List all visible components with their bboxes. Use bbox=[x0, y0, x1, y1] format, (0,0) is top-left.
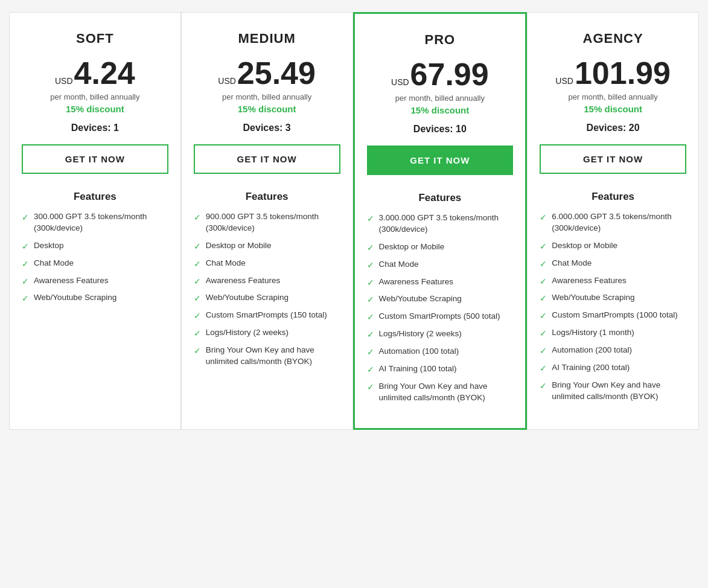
feature-item: ✓Bring Your Own Key and have unlimited c… bbox=[367, 381, 514, 404]
check-icon: ✓ bbox=[194, 241, 201, 251]
feature-item: ✓Web/Youtube Scraping bbox=[540, 292, 686, 304]
plan-card-medium: MEDIUMUSD25.49per month, billed annually… bbox=[181, 12, 353, 430]
check-icon: ✓ bbox=[540, 346, 547, 356]
price-amount-soft: 4.24 bbox=[74, 57, 135, 89]
feature-text: Desktop bbox=[34, 240, 64, 252]
feature-item: ✓Custom SmartPrompts (1000 total) bbox=[540, 310, 686, 321]
features-section-medium: Features✓900.000 GPT 3.5 tokens/month (3… bbox=[194, 191, 340, 374]
features-title-medium: Features bbox=[194, 191, 340, 203]
feature-text: 300.000 GPT 3.5 tokens/month (300k/devic… bbox=[34, 211, 168, 234]
feature-text: Logs/History (2 weeks) bbox=[206, 327, 289, 339]
feature-item: ✓Awareness Features bbox=[367, 276, 514, 288]
features-section-agency: Features✓6.000.000 GPT 3.5 tokens/month … bbox=[540, 191, 686, 409]
feature-item: ✓Bring Your Own Key and have unlimited c… bbox=[540, 380, 686, 403]
check-icon: ✓ bbox=[194, 346, 201, 356]
check-icon: ✓ bbox=[540, 241, 547, 251]
price-row-agency: USD101.99 bbox=[555, 57, 671, 89]
feature-text: 6.000.000 GPT 3.5 tokens/month (300k/dev… bbox=[552, 211, 686, 234]
feature-text: Custom SmartPrompts (1000 total) bbox=[552, 310, 678, 321]
check-icon: ✓ bbox=[22, 241, 29, 251]
price-discount-pro: 15% discount bbox=[411, 105, 470, 115]
check-icon: ✓ bbox=[540, 259, 547, 269]
check-icon: ✓ bbox=[367, 295, 374, 304]
feature-text: Web/Youtube Scraping bbox=[34, 292, 116, 304]
feature-item: ✓900.000 GPT 3.5 tokens/month (300k/devi… bbox=[194, 211, 340, 234]
price-period-agency: per month, billed annually bbox=[569, 92, 658, 101]
feature-item: ✓3.000.000 GPT 3.5 tokens/month (300k/de… bbox=[367, 213, 514, 235]
devices-label-medium: Devices: 3 bbox=[243, 123, 291, 133]
feature-text: Web/Youtube Scraping bbox=[552, 292, 634, 304]
check-icon: ✓ bbox=[540, 276, 547, 286]
cta-button-agency[interactable]: GET IT NOW bbox=[540, 144, 686, 174]
price-row-soft: USD4.24 bbox=[55, 57, 135, 89]
price-discount-soft: 15% discount bbox=[66, 104, 124, 114]
feature-text: Automation (100 total) bbox=[379, 346, 459, 357]
price-amount-pro: 67.99 bbox=[410, 59, 489, 90]
check-icon: ✓ bbox=[367, 382, 374, 392]
price-discount-medium: 15% discount bbox=[238, 104, 296, 114]
feature-text: Chat Mode bbox=[34, 258, 74, 269]
feature-text: Web/Youtube Scraping bbox=[206, 292, 289, 304]
price-currency-agency: USD bbox=[555, 76, 573, 86]
check-icon: ✓ bbox=[367, 278, 374, 287]
check-icon: ✓ bbox=[540, 311, 547, 321]
check-icon: ✓ bbox=[194, 293, 201, 303]
feature-item: ✓Automation (200 total) bbox=[540, 345, 686, 356]
feature-item: ✓Logs/History (2 weeks) bbox=[194, 327, 340, 339]
feature-text: Custom SmartPrompts (150 total) bbox=[206, 310, 327, 321]
feature-item: ✓Chat Mode bbox=[194, 258, 340, 269]
feature-item: ✓Chat Mode bbox=[22, 258, 168, 269]
check-icon: ✓ bbox=[367, 243, 374, 252]
feature-text: Awareness Features bbox=[552, 275, 627, 287]
feature-item: ✓Awareness Features bbox=[22, 275, 168, 287]
cta-button-medium[interactable]: GET IT NOW bbox=[194, 144, 340, 174]
feature-text: Awareness Features bbox=[34, 275, 109, 287]
feature-item: ✓Custom SmartPrompts (500 total) bbox=[367, 311, 514, 322]
feature-item: ✓Web/Youtube Scraping bbox=[194, 292, 340, 304]
feature-text: Awareness Features bbox=[379, 276, 454, 288]
feature-item: ✓Desktop or Mobile bbox=[367, 241, 514, 253]
check-icon: ✓ bbox=[194, 213, 201, 222]
plan-name-agency: AGENCY bbox=[583, 31, 643, 46]
check-icon: ✓ bbox=[367, 347, 374, 357]
check-icon: ✓ bbox=[540, 381, 547, 391]
check-icon: ✓ bbox=[367, 312, 374, 322]
features-title-agency: Features bbox=[540, 191, 686, 203]
feature-text: Desktop or Mobile bbox=[552, 240, 617, 252]
check-icon: ✓ bbox=[194, 328, 201, 338]
feature-text: Web/Youtube Scraping bbox=[379, 293, 462, 305]
check-icon: ✓ bbox=[367, 365, 374, 374]
check-icon: ✓ bbox=[540, 293, 547, 303]
feature-text: Awareness Features bbox=[206, 275, 281, 287]
feature-item: ✓Custom SmartPrompts (150 total) bbox=[194, 310, 340, 321]
feature-text: AI Training (100 total) bbox=[379, 363, 457, 375]
feature-item: ✓Awareness Features bbox=[194, 275, 340, 287]
feature-text: Bring Your Own Key and have unlimited ca… bbox=[206, 345, 340, 368]
feature-item: ✓Web/Youtube Scraping bbox=[367, 293, 514, 305]
cta-button-pro[interactable]: GET IT NOW bbox=[367, 145, 514, 175]
feature-text: 900.000 GPT 3.5 tokens/month (300k/devic… bbox=[206, 211, 340, 234]
feature-text: AI Training (200 total) bbox=[552, 362, 630, 374]
plan-card-pro: PROUSD67.99per month, billed annually15%… bbox=[353, 12, 528, 430]
feature-text: Desktop or Mobile bbox=[379, 241, 445, 253]
check-icon: ✓ bbox=[22, 259, 29, 269]
feature-item: ✓Logs/History (1 month) bbox=[540, 327, 686, 339]
check-icon: ✓ bbox=[367, 214, 374, 223]
plan-name-medium: MEDIUM bbox=[238, 31, 296, 46]
check-icon: ✓ bbox=[194, 276, 201, 286]
cta-button-soft[interactable]: GET IT NOW bbox=[22, 144, 168, 174]
features-section-pro: Features✓3.000.000 GPT 3.5 tokens/month … bbox=[367, 192, 514, 410]
check-icon: ✓ bbox=[194, 259, 201, 269]
feature-item: ✓Desktop or Mobile bbox=[194, 240, 340, 252]
check-icon: ✓ bbox=[194, 311, 201, 321]
check-icon: ✓ bbox=[22, 293, 29, 303]
price-period-medium: per month, billed annually bbox=[222, 92, 311, 101]
price-discount-agency: 15% discount bbox=[584, 104, 642, 114]
features-section-soft: Features✓300.000 GPT 3.5 tokens/month (3… bbox=[22, 191, 168, 310]
plan-card-agency: AGENCYUSD101.99per month, billed annuall… bbox=[527, 12, 699, 430]
pricing-container: SOFTUSD4.24per month, billed annually15%… bbox=[0, 6, 708, 436]
feature-text: Chat Mode bbox=[379, 259, 419, 270]
check-icon: ✓ bbox=[367, 260, 374, 270]
feature-item: ✓Desktop bbox=[22, 240, 168, 252]
price-currency-pro: USD bbox=[391, 77, 409, 87]
